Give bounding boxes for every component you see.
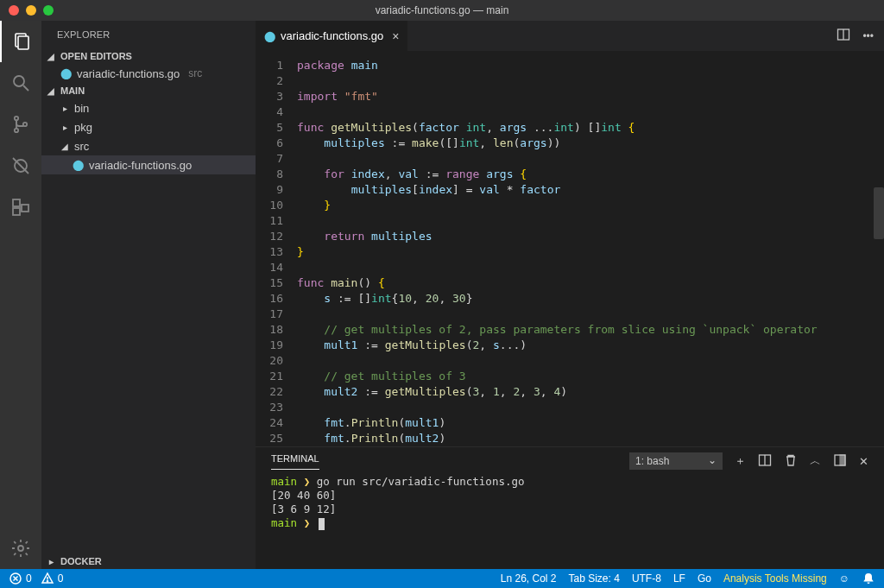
status-errors[interactable]: 0 [9, 572, 32, 585]
open-editor-item[interactable]: ⬤ variadic-functions.go src [41, 64, 256, 83]
chevron-right-icon: ▸ [60, 123, 69, 132]
status-language[interactable]: Go [698, 572, 711, 585]
new-terminal-icon[interactable]: ＋ [735, 453, 746, 469]
chevron-right-icon: ▸ [60, 104, 69, 113]
chevron-down-icon: ◢ [45, 52, 57, 61]
folder-pkg[interactable]: ▸ pkg [41, 117, 256, 136]
open-editors-header[interactable]: ◢ OPEN EDITORS [41, 48, 256, 64]
svg-point-6 [23, 123, 27, 126]
open-editors-label: OPEN EDITORS [60, 51, 132, 61]
code-content[interactable]: package mainimport "fmt"func getMultiple… [297, 58, 872, 446]
svg-line-3 [23, 85, 28, 91]
sidebar-title: EXPLORER [41, 21, 256, 48]
tab-bar: ⬤ variadic-functions.go × ••• [256, 21, 884, 51]
file-item[interactable]: ⬤ variadic-functions.go [41, 155, 256, 174]
code-editor[interactable]: 1234567891011121314151617181920212223242… [256, 51, 884, 446]
maximize-window-icon[interactable] [43, 5, 54, 16]
search-icon[interactable] [0, 62, 41, 104]
chevron-right-icon: ▸ [45, 557, 57, 566]
settings-gear-icon[interactable] [0, 528, 41, 569]
terminal-tab[interactable]: TERMINAL [271, 453, 319, 470]
split-editor-icon[interactable] [837, 28, 850, 44]
svg-rect-19 [840, 455, 845, 465]
svg-rect-10 [13, 199, 20, 206]
debug-icon[interactable] [0, 145, 41, 187]
terminal-output[interactable]: main ❯ go run src/variadic-functions.go[… [256, 475, 884, 569]
minimize-window-icon[interactable] [26, 5, 36, 16]
status-cursor-position[interactable]: Ln 26, Col 2 [501, 572, 557, 585]
status-eol[interactable]: LF [673, 572, 685, 585]
svg-point-4 [15, 117, 18, 120]
maximize-panel-icon[interactable] [833, 453, 847, 470]
scrollbar[interactable] [872, 58, 884, 446]
terminal-panel: TERMINAL 1: bash ＋ ︿ ✕ m [256, 446, 884, 569]
source-control-icon[interactable] [0, 104, 41, 145]
chevron-down-icon: ◢ [60, 142, 69, 151]
window-controls [9, 5, 54, 16]
svg-point-2 [14, 76, 24, 86]
go-file-icon: ⬤ [60, 67, 72, 79]
more-actions-icon[interactable]: ••• [862, 30, 874, 42]
notifications-icon[interactable] [862, 572, 875, 585]
tab-label: variadic-functions.go [281, 29, 383, 42]
chevron-up-icon[interactable]: ︿ [810, 453, 821, 469]
editor-group: ⬤ variadic-functions.go × ••• 1234567891… [256, 21, 884, 569]
folder-label: bin [74, 102, 89, 115]
go-file-icon: ⬤ [73, 159, 84, 171]
workspace-label: MAIN [60, 85, 85, 96]
svg-rect-12 [22, 205, 28, 212]
close-window-icon[interactable] [9, 5, 19, 16]
error-count: 0 [26, 572, 32, 585]
extensions-icon[interactable] [0, 187, 41, 228]
svg-rect-11 [13, 208, 20, 215]
explorer-icon[interactable] [0, 21, 41, 62]
go-file-icon: ⬤ [264, 30, 275, 42]
folder-src[interactable]: ◢ src [41, 136, 256, 155]
scrollbar-thumb[interactable] [874, 187, 884, 239]
svg-point-24 [47, 581, 47, 582]
folder-bin[interactable]: ▸ bin [41, 98, 256, 117]
warning-count: 0 [58, 572, 64, 585]
kill-terminal-icon[interactable] [784, 453, 798, 470]
open-editor-filename: variadic-functions.go [77, 67, 180, 80]
chevron-down-icon: ◢ [45, 86, 57, 96]
docker-label: DOCKER [60, 556, 102, 566]
feedback-icon[interactable]: ☺ [839, 572, 849, 585]
status-bar: 0 0 Ln 26, Col 2 Tab Size: 4 UTF-8 LF Go… [0, 569, 884, 588]
titlebar: variadic-functions.go — main [0, 0, 884, 21]
split-terminal-icon[interactable] [758, 453, 772, 470]
terminal-selector[interactable]: 1: bash [629, 452, 723, 470]
open-editor-path: src [188, 67, 202, 79]
explorer-sidebar: EXPLORER ◢ OPEN EDITORS ⬤ variadic-funct… [41, 21, 256, 569]
status-warnings[interactable]: 0 [41, 572, 64, 585]
folder-label: src [74, 140, 89, 153]
svg-rect-1 [18, 36, 28, 49]
editor-tab[interactable]: ⬤ variadic-functions.go × [256, 21, 408, 51]
workspace-header[interactable]: ◢ MAIN [41, 83, 256, 98]
window-title: variadic-functions.go — main [376, 4, 509, 16]
status-encoding[interactable]: UTF-8 [632, 572, 661, 585]
activity-bar [0, 21, 41, 569]
file-label: variadic-functions.go [89, 159, 192, 172]
status-tab-size[interactable]: Tab Size: 4 [569, 572, 620, 585]
line-numbers: 1234567891011121314151617181920212223242… [256, 58, 297, 446]
svg-point-13 [18, 546, 23, 551]
svg-point-5 [15, 129, 18, 132]
folder-label: pkg [74, 121, 92, 134]
status-analysis-missing[interactable]: Analysis Tools Missing [723, 572, 827, 585]
close-panel-icon[interactable]: ✕ [859, 455, 868, 468]
docker-header[interactable]: ▸ DOCKER [41, 553, 256, 569]
close-tab-icon[interactable]: × [392, 29, 399, 43]
